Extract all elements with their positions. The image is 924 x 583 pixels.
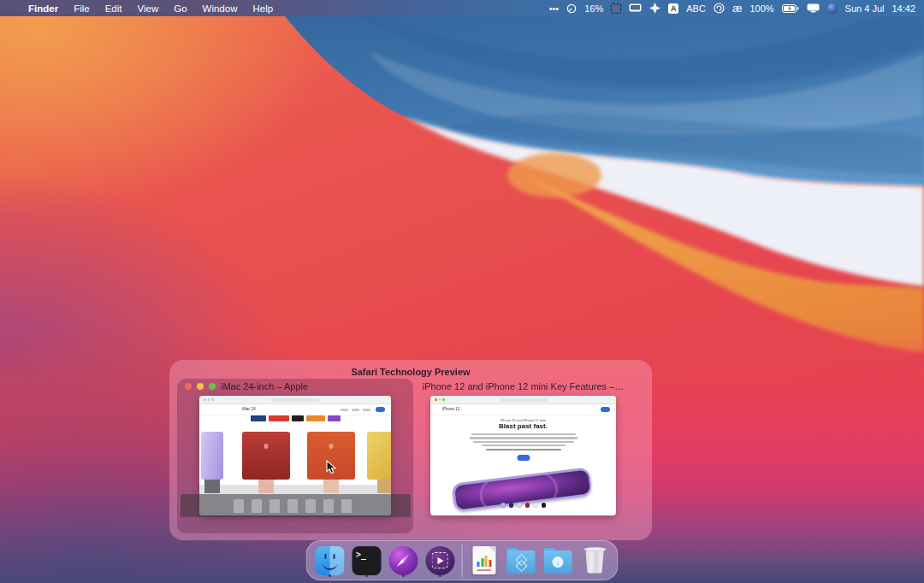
imac-red xyxy=(242,432,290,480)
menu-bar-date[interactable]: Sun 4 Jul xyxy=(845,3,885,14)
safari-chrome-bar xyxy=(430,396,616,404)
traffic-lights-mini-icon xyxy=(204,398,214,401)
dock-folder-downloads-icon[interactable]: ↓ xyxy=(543,544,573,577)
apple-logo-mini xyxy=(329,444,334,449)
window-title-row-imac: iMac 24-inch – Apple xyxy=(185,381,308,392)
url-bar-mini xyxy=(500,398,548,402)
menu-go[interactable]: Go xyxy=(166,0,194,16)
window-title-imac: iMac 24-inch – Apple xyxy=(221,381,308,392)
battery-icon[interactable] xyxy=(782,4,799,13)
mouse-cursor xyxy=(326,460,337,474)
menu-window[interactable]: Window xyxy=(195,0,246,16)
url-bar-mini xyxy=(271,398,319,402)
safari-chrome-bar xyxy=(199,396,391,404)
apple-logo-mini xyxy=(264,444,269,449)
dock: >_ ↓ xyxy=(306,540,619,580)
spiral-icon[interactable] xyxy=(714,3,725,14)
dock-finder-icon[interactable] xyxy=(315,544,345,577)
screen-recording-icon[interactable] xyxy=(611,3,621,14)
close-traffic-light[interactable] xyxy=(185,383,192,390)
menu-bar-status: ••• 16% A ABC æ 100% Sun 4 Jul 14:42 xyxy=(549,0,924,16)
menu-file[interactable]: File xyxy=(66,0,98,16)
iphone-nav-row: iPhone 12 xyxy=(430,404,616,415)
menu-help[interactable]: Help xyxy=(245,0,281,16)
apple-menu-icon[interactable] xyxy=(0,0,21,16)
timer-icon[interactable] xyxy=(566,3,577,14)
battery-percent-label: 16% xyxy=(584,3,603,14)
nav-links-placeholder xyxy=(341,409,370,411)
app-expose-panel: Safari Technology Preview iMac 24-inch –… xyxy=(169,360,652,540)
zoom-traffic-light[interactable] xyxy=(209,383,216,390)
dock-divider xyxy=(462,545,463,577)
menu-edit[interactable]: Edit xyxy=(98,0,130,16)
dock-safari-technology-preview-icon[interactable] xyxy=(388,544,418,577)
menu-app-name[interactable]: Finder xyxy=(21,0,66,16)
dock-folder-shortcuts-icon[interactable] xyxy=(506,544,536,577)
window-thumbnail-iphone-page[interactable]: iPhone 12 iPhone 12 and iPhone 12 mini B… xyxy=(430,396,616,515)
expose-app-title: Safari Technology Preview xyxy=(169,367,652,377)
thumbnail-dark-band xyxy=(181,494,411,517)
imac-purple xyxy=(201,432,223,480)
dock-terminal-icon[interactable]: >_ xyxy=(352,544,382,577)
window-title-iphone: iPhone 12 and iPhone 12 mini Key Feature… xyxy=(423,381,624,392)
status-overflow-icon[interactable]: ••• xyxy=(549,3,560,14)
traffic-lights-mini-icon xyxy=(435,398,445,401)
cta-button-mini[interactable] xyxy=(517,455,530,461)
ae-menu-icon[interactable]: æ xyxy=(732,2,743,15)
menu-bar: Finder File Edit View Go Window Help •••… xyxy=(0,0,924,16)
input-source-icon[interactable]: A xyxy=(668,3,678,14)
dock-screen-recorder-icon[interactable] xyxy=(425,544,455,577)
window-title-row-iphone: iPhone 12 and iPhone 12 mini Key Feature… xyxy=(430,381,616,392)
minimize-traffic-light[interactable] xyxy=(197,383,204,390)
dock-numbers-document-icon[interactable] xyxy=(470,544,500,577)
display-icon[interactable] xyxy=(629,3,642,13)
menu-bar-time[interactable]: 14:42 xyxy=(891,3,915,14)
buy-button-mini[interactable] xyxy=(376,407,385,412)
nav-imac-label: iMac 24 xyxy=(242,407,256,411)
link-placeholder xyxy=(486,449,561,450)
hero-headline-placeholder xyxy=(199,415,391,421)
buy-button-mini[interactable] xyxy=(601,407,610,412)
pinwheel-icon[interactable] xyxy=(649,3,660,14)
apple-nav-row: iMac 24 xyxy=(199,404,391,415)
volume-percent-label: 100% xyxy=(749,3,773,14)
input-source-label[interactable]: ABC xyxy=(686,3,706,14)
iphone-color-swatches xyxy=(430,503,616,508)
menu-view[interactable]: View xyxy=(130,0,167,16)
nav-iphone-label: iPhone 12 xyxy=(442,407,459,411)
paragraph-placeholder xyxy=(430,433,616,446)
sidecar-display-icon[interactable] xyxy=(807,3,820,13)
sphere-status-icon[interactable] xyxy=(827,3,838,14)
menu-bar-left: Finder File Edit View Go Window Help xyxy=(0,0,281,16)
dock-trash-icon[interactable] xyxy=(580,544,610,577)
iphone-heading: Blast past fast. xyxy=(430,422,616,430)
imac-yellow xyxy=(367,432,391,480)
